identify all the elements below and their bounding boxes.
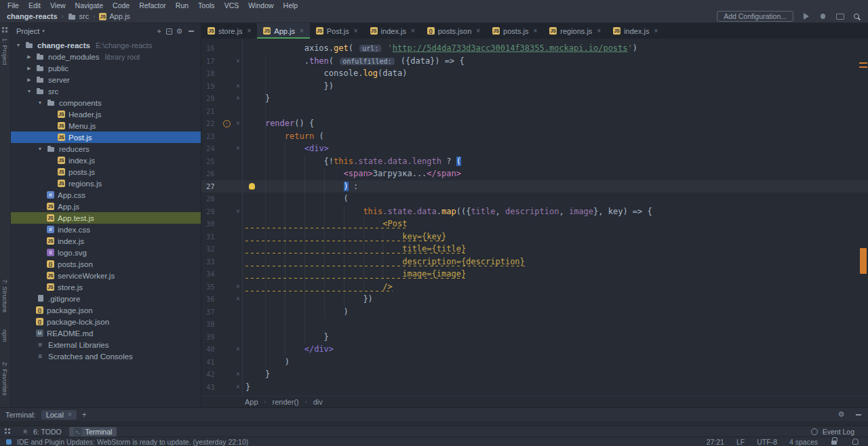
update-notification-icon[interactable] [4, 437, 13, 446]
menu-help[interactable]: Help [279, 1, 303, 9]
menu-refactor[interactable]: Refactor [134, 1, 171, 9]
code-text[interactable]: axios.get( url: 'http://5d4da733d3acc300… [242, 42, 637, 55]
tab-post-js[interactable]: JSPost.js× [310, 23, 364, 39]
tree-item-app-test-js[interactable]: JSApp.test.js [11, 212, 201, 224]
tool-strip-npm[interactable]: npm [1, 329, 9, 342]
code-text[interactable]: this.state.data.map(({title, description… [242, 205, 652, 218]
code-text[interactable]: image={image} [242, 268, 466, 281]
tab-index-js[interactable]: JSindex.js× [607, 23, 664, 39]
tree-item-package-json[interactable]: {}package.json [11, 304, 201, 316]
code-text[interactable]: .then( onfulfilled: ({data}) => { [242, 55, 465, 68]
error-stripe-mark[interactable] [859, 62, 867, 64]
code-text[interactable]: <div> [242, 142, 329, 155]
tool-window-button-event-log[interactable]: Event Log [806, 427, 859, 437]
tree-item-index-js[interactable]: JSindex.js [11, 235, 201, 247]
tree-item-posts-json[interactable]: {}posts.json [11, 258, 201, 270]
code-text[interactable]: ) : [242, 180, 358, 193]
fold-marker-icon[interactable]: ∨ [234, 205, 242, 218]
tool-window-switcher-icon[interactable] [3, 427, 12, 436]
code-line-40[interactable]: 40∧ </div> [201, 343, 868, 356]
code-line-18[interactable]: 18 console.log(data) [201, 67, 868, 80]
code-text[interactable]: } [242, 368, 270, 381]
tree-item-post-js[interactable]: JSPost.js [11, 131, 201, 143]
status-message[interactable]: IDE and Plugin Updates: WebStorm is read… [17, 438, 248, 446]
fold-marker-icon[interactable]: ∨ [234, 142, 242, 155]
code-text[interactable]: ) [242, 356, 290, 369]
editor-breadcrumb-render[interactable]: render() [273, 398, 299, 406]
menu-code[interactable]: Code [108, 1, 134, 9]
fold-marker-icon[interactable]: ∧ [234, 381, 242, 394]
code-line-27[interactable]: 27 ) : [201, 180, 868, 193]
fold-marker-icon[interactable]: ∧ [234, 368, 242, 381]
menu-tools[interactable]: Tools [193, 1, 220, 9]
tab-store-js[interactable]: JSstore.js× [201, 23, 257, 39]
tree-item-gitignore[interactable]: .gitignore [11, 293, 201, 304]
tree-item-regions-js[interactable]: JSregions.js [11, 178, 201, 189]
new-terminal-icon[interactable]: + [82, 410, 87, 420]
code-text[interactable]: key={key} [242, 230, 446, 243]
tree-item-menu-js[interactable]: JSMenu.js [11, 120, 201, 131]
code-line-24[interactable]: 24∨ <div> [201, 142, 868, 155]
debug-icon[interactable] [818, 12, 827, 21]
tab-index-js[interactable]: JSindex.js× [364, 23, 421, 39]
chevron-down-icon[interactable]: ▾ [42, 28, 45, 34]
code-text[interactable]: {!this.state.data.length ? ( [242, 155, 461, 168]
close-icon[interactable]: × [476, 27, 480, 35]
tree-item-package-lock-json[interactable]: {}package-lock.json [11, 316, 201, 327]
code-line-31[interactable]: 31 key={key} [201, 230, 868, 243]
tree-arrow-icon[interactable]: ▶ [26, 66, 33, 71]
tree-item-public[interactable]: ▶public [11, 62, 201, 74]
code-text[interactable]: }) [242, 293, 373, 306]
tree-item-index-js[interactable]: JSindex.js [11, 155, 201, 166]
code-line-30[interactable]: 30 <Post [201, 218, 868, 230]
tree-item-change-reacts[interactable]: ▼change-reactsE:\change-reacts [11, 39, 201, 51]
close-icon[interactable]: × [354, 27, 358, 35]
menu-window[interactable]: Window [243, 1, 278, 9]
status-item-lf[interactable]: LF [736, 438, 745, 446]
tree-item-node-modules[interactable]: ▶node_moduleslibrary root [11, 51, 201, 62]
close-icon[interactable]: × [68, 411, 72, 418]
tree-arrow-icon[interactable]: ▼ [37, 146, 43, 151]
run-icon[interactable] [802, 12, 810, 21]
tree-item-src[interactable]: ▼src [11, 85, 201, 97]
tab-app-js[interactable]: JSApp.js× [257, 23, 309, 39]
code-line-34[interactable]: 34 image={image} [201, 268, 868, 281]
tool-window-button-6-todo[interactable]: ≡6: TODO [16, 427, 66, 437]
code-text[interactable]: <Post [242, 218, 407, 230]
terminal-content[interactable] [0, 421, 868, 426]
code-text[interactable]: console.log(data) [242, 67, 407, 80]
tree-item-serviceworker-js[interactable]: JSserviceWorker.js [11, 270, 201, 281]
locate-icon[interactable]: ⌖ [155, 27, 163, 36]
code-line-22[interactable]: 22↑∨ render() { [201, 117, 868, 130]
tool-strip-1-project[interactable]: 1: Project [1, 38, 9, 65]
error-stripe-mark[interactable] [859, 66, 867, 68]
code-text[interactable]: </div> [242, 343, 334, 356]
code-line-28[interactable]: 28 ( [201, 192, 868, 205]
tree-item-components[interactable]: ▼components [11, 97, 201, 108]
menu-edit[interactable]: Edit [24, 1, 45, 9]
add-configuration-button[interactable]: Add Configuration... [717, 11, 793, 22]
menu-navigate[interactable]: Navigate [71, 1, 108, 9]
close-icon[interactable]: × [597, 27, 601, 35]
tree-item-external-libraries[interactable]: ≡External Libraries [11, 339, 201, 350]
status-item-utf-8[interactable]: UTF-8 [757, 438, 777, 446]
gear-icon[interactable]: ⚙ [837, 410, 846, 419]
code-line-41[interactable]: 41 ) [201, 356, 868, 369]
code-line-36[interactable]: 36∧ }) [201, 293, 868, 306]
tree-item-scratches-and-consoles[interactable]: ≡Scratches and Consoles [11, 350, 201, 362]
code-line-37[interactable]: 37 ) [201, 306, 868, 319]
collapse-all-icon[interactable]: − [166, 28, 172, 35]
hide-panel-icon[interactable] [854, 410, 863, 419]
menu-view[interactable]: View [45, 1, 71, 9]
fold-marker-icon[interactable]: ∧ [234, 293, 242, 306]
tree-item-app-css[interactable]: #App.css [11, 189, 201, 201]
tree-item-logo-svg[interactable]: Slogo.svg [11, 247, 201, 258]
code-line-21[interactable]: 21 [201, 105, 868, 118]
code-text[interactable]: render() { [242, 117, 314, 130]
close-icon[interactable]: × [654, 27, 658, 35]
tree-item-readme-md[interactable]: MREADME.md [11, 327, 201, 339]
code-line-25[interactable]: 25 {!this.state.data.length ? ( [201, 155, 868, 168]
code-line-20[interactable]: 20∧ } [201, 92, 868, 105]
close-icon[interactable]: × [533, 27, 537, 35]
editor-breadcrumb-app[interactable]: App [245, 398, 258, 406]
